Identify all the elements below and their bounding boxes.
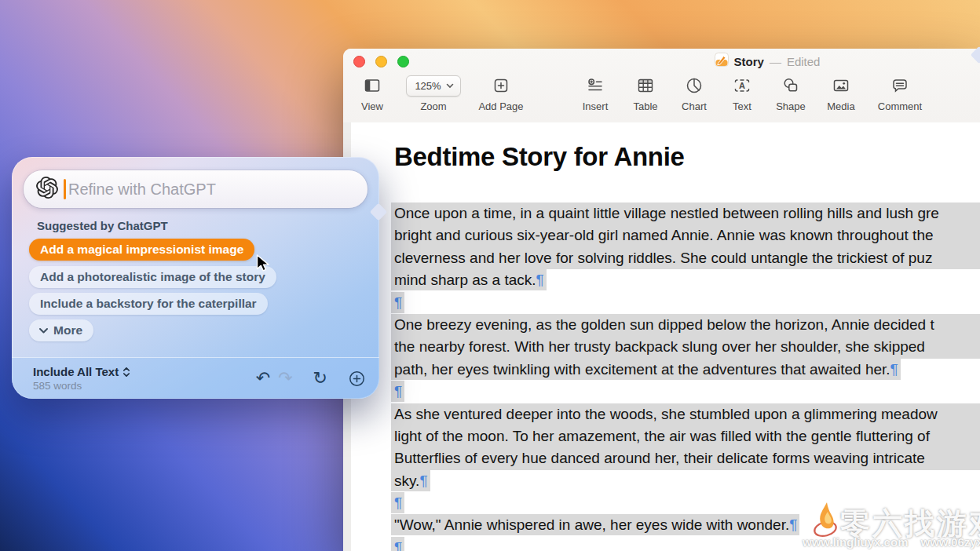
pilcrow-mark: ¶ bbox=[394, 494, 402, 511]
chatgpt-prompt-input[interactable]: Refine with ChatGPT bbox=[24, 170, 368, 208]
document-empty-line[interactable]: ¶ bbox=[391, 537, 980, 551]
regenerate-button[interactable]: ↻ bbox=[313, 370, 327, 387]
zoom-value: 125% bbox=[415, 80, 441, 92]
toolbar-zoom-control[interactable]: 125% Zoom bbox=[404, 75, 463, 111]
document-text-line[interactable]: light of the moon. To her amazement, the… bbox=[391, 425, 980, 447]
pilcrow-mark: ¶ bbox=[394, 383, 402, 400]
document-text-line[interactable]: the nearby forest. With her trusty backp… bbox=[391, 336, 980, 358]
comment-icon bbox=[890, 75, 909, 96]
pilcrow-mark: ¶ bbox=[394, 294, 402, 311]
document-text-line[interactable]: sky.¶ bbox=[391, 470, 980, 492]
pie-chart-icon bbox=[685, 75, 704, 96]
more-suggestions-button[interactable]: More bbox=[29, 319, 93, 341]
svg-text:A: A bbox=[739, 81, 745, 90]
document-text-line[interactable]: path, her eyes twinkling with excitement… bbox=[391, 359, 980, 381]
pages-window: Story — Edited View 125% bbox=[343, 49, 980, 551]
document-body: Once upon a time, in a quaint little vil… bbox=[391, 203, 980, 551]
document-heading[interactable]: Bedtime Story for Annie bbox=[394, 140, 685, 174]
openai-logo-icon bbox=[36, 177, 58, 202]
word-count: 585 words bbox=[33, 380, 130, 392]
pages-app-icon bbox=[715, 53, 729, 70]
document-text-line[interactable]: As she ventured deeper into the woods, s… bbox=[391, 403, 980, 425]
window-title: Story — Edited bbox=[642, 53, 893, 69]
redo-button[interactable]: ↷ bbox=[278, 370, 292, 387]
title-separator: — bbox=[770, 55, 781, 68]
pilcrow-mark: ¶ bbox=[536, 272, 544, 288]
shapes-icon bbox=[781, 75, 800, 96]
add-page-icon bbox=[492, 75, 510, 96]
document-text-line[interactable]: One breezy evening, as the golden sun di… bbox=[391, 314, 980, 336]
pilcrow-mark: ¶ bbox=[789, 516, 797, 533]
chatgpt-refine-panel: Refine with ChatGPT Suggested by ChatGPT… bbox=[12, 157, 379, 399]
document-text-line[interactable]: cleverness and her love for solving ridd… bbox=[391, 247, 980, 269]
suggestion-pill-caterpillar-backstory[interactable]: Include a backstory for the caterpillar bbox=[29, 293, 268, 315]
pilcrow-mark: ¶ bbox=[419, 473, 427, 489]
minimize-button[interactable] bbox=[375, 56, 387, 68]
text-caret bbox=[64, 179, 66, 199]
document-text-line[interactable]: mind sharp as a tack.¶ bbox=[391, 269, 980, 291]
document-empty-line[interactable]: ¶ bbox=[391, 292, 980, 314]
plus-circle-icon bbox=[349, 370, 365, 387]
suggested-by-label: Suggested by ChatGPT bbox=[37, 219, 168, 232]
sidebar-icon bbox=[363, 75, 382, 96]
desktop-screen: Story — Edited View 125% bbox=[0, 0, 980, 551]
chevron-down-icon bbox=[446, 83, 454, 89]
edited-status: Edited bbox=[787, 55, 821, 68]
document-title-text: Story bbox=[734, 55, 764, 68]
text-box-icon: A bbox=[733, 75, 751, 96]
mouse-cursor bbox=[256, 254, 272, 276]
toolbar-button-view[interactable]: View bbox=[342, 75, 402, 111]
zoom-dropdown[interactable]: 125% bbox=[406, 75, 460, 97]
document-empty-line[interactable]: ¶ bbox=[391, 492, 980, 514]
undo-button[interactable]: ↶ bbox=[256, 370, 270, 387]
add-button[interactable] bbox=[349, 370, 365, 387]
document-canvas[interactable]: Bedtime Story for Annie Once upon a time… bbox=[343, 122, 980, 551]
up-down-chevrons-icon bbox=[122, 366, 130, 378]
panel-footer: Include All Text 585 words ↶ ↷ ↻ bbox=[12, 357, 379, 399]
fullscreen-button[interactable] bbox=[397, 56, 409, 68]
close-button[interactable] bbox=[353, 56, 365, 68]
pilcrow-mark: ¶ bbox=[890, 361, 898, 378]
window-titlebar: Story — Edited View 125% bbox=[343, 49, 980, 123]
toolbar-button-comment[interactable]: Comment bbox=[870, 75, 930, 111]
document-text-line[interactable]: Once upon a time, in a quaint little vil… bbox=[391, 203, 980, 224]
document-text-line[interactable]: Butterflies of every hue danced around h… bbox=[391, 447, 980, 469]
toolbar-button-media[interactable]: Media bbox=[811, 75, 871, 111]
suggestion-pill-photorealistic-image[interactable]: Add a photorealistic image of the story bbox=[29, 266, 276, 288]
suggestion-pill-magical-image[interactable]: Add a magical impressionist image bbox=[29, 239, 254, 261]
document-empty-line[interactable]: ¶ bbox=[391, 381, 980, 403]
text-scope-selector[interactable]: Include All Text bbox=[33, 365, 130, 378]
document-text-line[interactable]: "Wow," Annie whispered in awe, her eyes … bbox=[391, 514, 980, 536]
insert-icon bbox=[586, 75, 605, 96]
toolbar-button-add-page[interactable]: Add Page bbox=[471, 75, 531, 111]
document-text-line[interactable]: bright and curious six-year-old girl nam… bbox=[391, 224, 980, 246]
chevron-down-icon bbox=[38, 327, 49, 334]
media-icon bbox=[832, 75, 850, 96]
traffic-lights bbox=[353, 56, 409, 68]
pilcrow-mark: ¶ bbox=[394, 539, 402, 551]
input-placeholder: Refine with ChatGPT bbox=[68, 181, 216, 199]
table-icon bbox=[636, 75, 655, 96]
